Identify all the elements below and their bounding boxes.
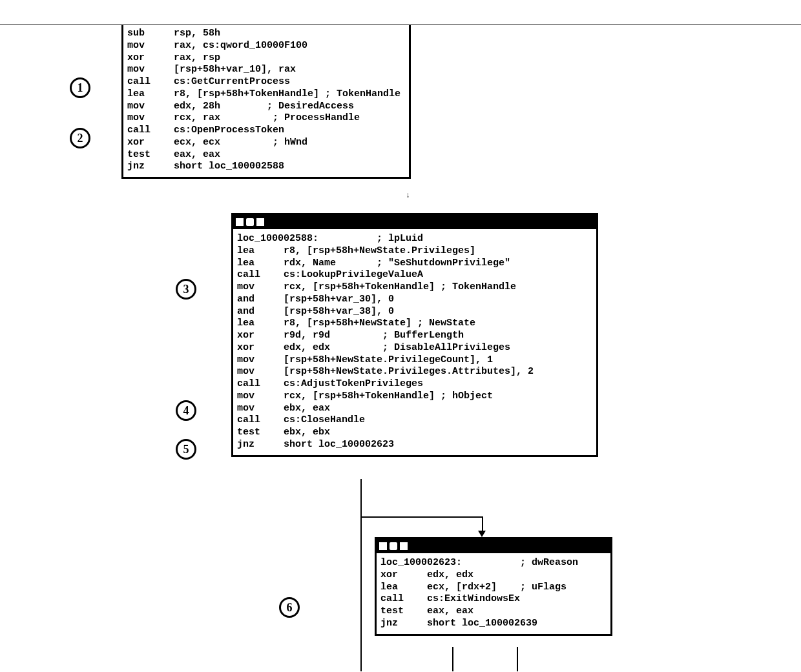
- callout-2-label: 2: [78, 132, 83, 145]
- diagram-canvas: sub rsp, 58h mov rax, cs:qword_10000F100…: [0, 0, 801, 672]
- asm-block-2: loc_100002588: ; lpLuid lea r8, [rsp+58h…: [231, 213, 598, 457]
- asm-code-2: loc_100002588: ; lpLuid lea r8, [rsp+58h…: [237, 233, 592, 451]
- flow-edge: [482, 516, 483, 532]
- callout-1-label: 1: [78, 81, 83, 95]
- callout-2: 2: [70, 128, 90, 148]
- callout-6: 6: [279, 597, 300, 618]
- block-2-titlebar: [233, 215, 596, 229]
- callout-4-label: 4: [183, 404, 189, 418]
- arrow-down-icon: [478, 531, 486, 537]
- titlebar-icon: [390, 542, 397, 550]
- flow-edge: [360, 516, 483, 518]
- flow-arrow-mark: ↓: [406, 191, 410, 200]
- titlebar-icon: [400, 542, 408, 550]
- flow-edge: [360, 479, 362, 518]
- callout-3: 3: [176, 279, 196, 300]
- flow-edge: [452, 647, 453, 671]
- callout-4: 4: [176, 400, 196, 421]
- flow-edge: [517, 647, 518, 671]
- callout-1: 1: [70, 77, 90, 98]
- asm-block-1: sub rsp, 58h mov rax, cs:qword_10000F100…: [121, 25, 411, 179]
- flow-edge: [360, 516, 362, 671]
- titlebar-icon: [236, 218, 244, 226]
- asm-block-3: loc_100002623: ; dwReason xor edx, edx l…: [375, 537, 612, 636]
- callout-5-label: 5: [183, 443, 189, 456]
- callout-3-label: 3: [183, 283, 189, 296]
- asm-code-1: sub rsp, 58h mov rax, cs:qword_10000F100…: [127, 28, 405, 173]
- titlebar-icon: [246, 218, 254, 226]
- titlebar-icon: [256, 218, 264, 226]
- asm-code-3: loc_100002623: ; dwReason xor edx, edx l…: [380, 557, 607, 630]
- callout-6-label: 6: [287, 601, 293, 615]
- titlebar-icon: [379, 542, 387, 550]
- block-3-titlebar: [377, 539, 610, 553]
- callout-5: 5: [176, 439, 196, 460]
